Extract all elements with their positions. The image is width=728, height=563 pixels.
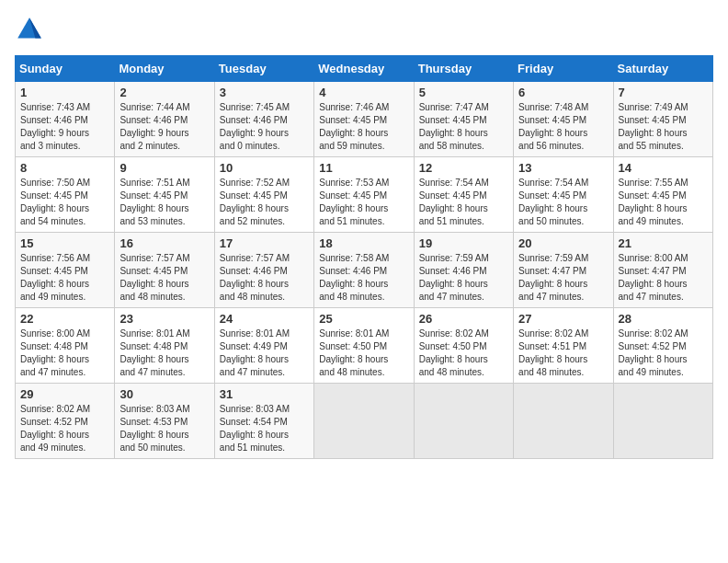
day-number: 7 xyxy=(619,86,708,99)
day-info: Sunrise: 7:49 AM Sunset: 4:45 PM Dayligh… xyxy=(619,101,708,153)
day-cell: 27Sunrise: 8:02 AM Sunset: 4:51 PM Dayli… xyxy=(514,308,613,384)
day-cell: 21Sunrise: 8:00 AM Sunset: 4:47 PM Dayli… xyxy=(613,233,712,308)
day-cell: 6Sunrise: 7:48 AM Sunset: 4:45 PM Daylig… xyxy=(514,82,613,157)
day-number: 11 xyxy=(319,161,408,175)
day-info: Sunrise: 8:02 AM Sunset: 4:52 PM Dayligh… xyxy=(20,403,109,454)
day-cell: 26Sunrise: 8:02 AM Sunset: 4:50 PM Dayli… xyxy=(414,308,513,384)
day-info: Sunrise: 7:43 AM Sunset: 4:46 PM Dayligh… xyxy=(20,101,109,153)
calendar-table: SundayMondayTuesdayWednesdayThursdayFrid… xyxy=(15,55,713,459)
day-number: 21 xyxy=(619,236,708,250)
day-cell: 24Sunrise: 8:01 AM Sunset: 4:49 PM Dayli… xyxy=(214,308,313,384)
header-cell-wednesday: Wednesday xyxy=(314,56,414,82)
day-info: Sunrise: 8:03 AM Sunset: 4:54 PM Dayligh… xyxy=(220,403,309,454)
header-row: SundayMondayTuesdayWednesdayThursdayFrid… xyxy=(16,56,713,82)
day-info: Sunrise: 8:02 AM Sunset: 4:52 PM Dayligh… xyxy=(619,327,708,379)
header-cell-thursday: Thursday xyxy=(414,56,513,82)
day-info: Sunrise: 7:59 AM Sunset: 4:47 PM Dayligh… xyxy=(518,252,608,304)
day-cell: 1Sunrise: 7:43 AM Sunset: 4:46 PM Daylig… xyxy=(16,82,115,157)
day-number: 27 xyxy=(518,312,608,326)
week-row-1: 8Sunrise: 7:50 AM Sunset: 4:45 PM Daylig… xyxy=(16,157,713,233)
day-number: 10 xyxy=(220,161,309,175)
day-cell: 30Sunrise: 8:03 AM Sunset: 4:53 PM Dayli… xyxy=(115,384,214,459)
day-cell: 12Sunrise: 7:54 AM Sunset: 4:45 PM Dayli… xyxy=(414,157,513,233)
day-info: Sunrise: 8:02 AM Sunset: 4:50 PM Dayligh… xyxy=(419,327,508,379)
day-info: Sunrise: 8:00 AM Sunset: 4:48 PM Dayligh… xyxy=(20,327,109,379)
day-number: 28 xyxy=(619,312,708,326)
day-number: 4 xyxy=(319,86,408,99)
day-number: 16 xyxy=(119,236,209,250)
day-info: Sunrise: 7:56 AM Sunset: 4:45 PM Dayligh… xyxy=(20,252,109,304)
day-cell: 7Sunrise: 7:49 AM Sunset: 4:45 PM Daylig… xyxy=(613,82,712,157)
day-info: Sunrise: 7:44 AM Sunset: 4:46 PM Dayligh… xyxy=(119,101,209,153)
day-cell: 2Sunrise: 7:44 AM Sunset: 4:46 PM Daylig… xyxy=(115,82,214,157)
day-number: 29 xyxy=(20,387,109,401)
week-row-3: 22Sunrise: 8:00 AM Sunset: 4:48 PM Dayli… xyxy=(16,308,713,384)
day-number: 2 xyxy=(119,86,209,99)
day-number: 31 xyxy=(220,387,309,401)
day-cell xyxy=(613,384,712,459)
day-number: 30 xyxy=(119,387,209,401)
day-info: Sunrise: 7:54 AM Sunset: 4:45 PM Dayligh… xyxy=(518,177,608,228)
day-info: Sunrise: 8:01 AM Sunset: 4:49 PM Dayligh… xyxy=(220,327,309,379)
day-info: Sunrise: 7:59 AM Sunset: 4:46 PM Dayligh… xyxy=(419,252,508,304)
day-info: Sunrise: 8:00 AM Sunset: 4:47 PM Dayligh… xyxy=(619,252,708,304)
day-cell: 19Sunrise: 7:59 AM Sunset: 4:46 PM Dayli… xyxy=(414,233,513,308)
day-info: Sunrise: 7:51 AM Sunset: 4:45 PM Dayligh… xyxy=(119,177,209,228)
day-number: 24 xyxy=(220,312,309,326)
day-cell: 9Sunrise: 7:51 AM Sunset: 4:45 PM Daylig… xyxy=(115,157,214,233)
page-header xyxy=(15,15,713,44)
day-info: Sunrise: 7:50 AM Sunset: 4:45 PM Dayligh… xyxy=(20,177,109,228)
week-row-0: 1Sunrise: 7:43 AM Sunset: 4:46 PM Daylig… xyxy=(16,82,713,157)
day-number: 15 xyxy=(20,236,109,250)
day-number: 13 xyxy=(518,161,608,175)
header-cell-monday: Monday xyxy=(115,56,214,82)
day-number: 26 xyxy=(419,312,508,326)
day-number: 18 xyxy=(319,236,408,250)
day-info: Sunrise: 7:48 AM Sunset: 4:45 PM Dayligh… xyxy=(518,101,608,153)
day-cell: 29Sunrise: 8:02 AM Sunset: 4:52 PM Dayli… xyxy=(16,384,115,459)
day-info: Sunrise: 8:02 AM Sunset: 4:51 PM Dayligh… xyxy=(518,327,608,379)
day-cell: 14Sunrise: 7:55 AM Sunset: 4:45 PM Dayli… xyxy=(613,157,712,233)
header-cell-tuesday: Tuesday xyxy=(214,56,313,82)
day-cell: 8Sunrise: 7:50 AM Sunset: 4:45 PM Daylig… xyxy=(16,157,115,233)
day-cell: 20Sunrise: 7:59 AM Sunset: 4:47 PM Dayli… xyxy=(514,233,613,308)
day-number: 23 xyxy=(119,312,209,326)
day-number: 1 xyxy=(20,86,109,99)
day-number: 14 xyxy=(619,161,708,175)
day-info: Sunrise: 7:55 AM Sunset: 4:45 PM Dayligh… xyxy=(619,177,708,228)
day-cell xyxy=(314,384,414,459)
day-number: 8 xyxy=(20,161,109,175)
day-cell: 16Sunrise: 7:57 AM Sunset: 4:45 PM Dayli… xyxy=(115,233,214,308)
day-cell: 23Sunrise: 8:01 AM Sunset: 4:48 PM Dayli… xyxy=(115,308,214,384)
day-number: 22 xyxy=(20,312,109,326)
day-cell: 18Sunrise: 7:58 AM Sunset: 4:46 PM Dayli… xyxy=(314,233,414,308)
day-number: 12 xyxy=(419,161,508,175)
header-cell-friday: Friday xyxy=(514,56,613,82)
day-info: Sunrise: 7:57 AM Sunset: 4:46 PM Dayligh… xyxy=(220,252,309,304)
day-info: Sunrise: 8:01 AM Sunset: 4:50 PM Dayligh… xyxy=(319,327,408,379)
day-cell: 11Sunrise: 7:53 AM Sunset: 4:45 PM Dayli… xyxy=(314,157,414,233)
day-cell: 3Sunrise: 7:45 AM Sunset: 4:46 PM Daylig… xyxy=(214,82,313,157)
day-cell: 17Sunrise: 7:57 AM Sunset: 4:46 PM Dayli… xyxy=(214,233,313,308)
day-cell: 28Sunrise: 8:02 AM Sunset: 4:52 PM Dayli… xyxy=(613,308,712,384)
day-info: Sunrise: 7:47 AM Sunset: 4:45 PM Dayligh… xyxy=(419,101,508,153)
day-info: Sunrise: 7:53 AM Sunset: 4:45 PM Dayligh… xyxy=(319,177,408,228)
day-number: 17 xyxy=(220,236,309,250)
day-info: Sunrise: 7:45 AM Sunset: 4:46 PM Dayligh… xyxy=(220,101,309,153)
day-number: 6 xyxy=(518,86,608,99)
day-cell: 15Sunrise: 7:56 AM Sunset: 4:45 PM Dayli… xyxy=(16,233,115,308)
logo xyxy=(15,15,50,44)
day-info: Sunrise: 7:52 AM Sunset: 4:45 PM Dayligh… xyxy=(220,177,309,228)
day-cell: 31Sunrise: 8:03 AM Sunset: 4:54 PM Dayli… xyxy=(214,384,313,459)
day-number: 25 xyxy=(319,312,408,326)
day-cell: 10Sunrise: 7:52 AM Sunset: 4:45 PM Dayli… xyxy=(214,157,313,233)
day-number: 9 xyxy=(119,161,209,175)
day-number: 5 xyxy=(419,86,508,99)
header-cell-saturday: Saturday xyxy=(613,56,712,82)
day-cell xyxy=(414,384,513,459)
day-number: 19 xyxy=(419,236,508,250)
day-number: 20 xyxy=(518,236,608,250)
day-info: Sunrise: 7:54 AM Sunset: 4:45 PM Dayligh… xyxy=(419,177,508,228)
day-cell: 4Sunrise: 7:46 AM Sunset: 4:45 PM Daylig… xyxy=(314,82,414,157)
day-cell: 22Sunrise: 8:00 AM Sunset: 4:48 PM Dayli… xyxy=(16,308,115,384)
